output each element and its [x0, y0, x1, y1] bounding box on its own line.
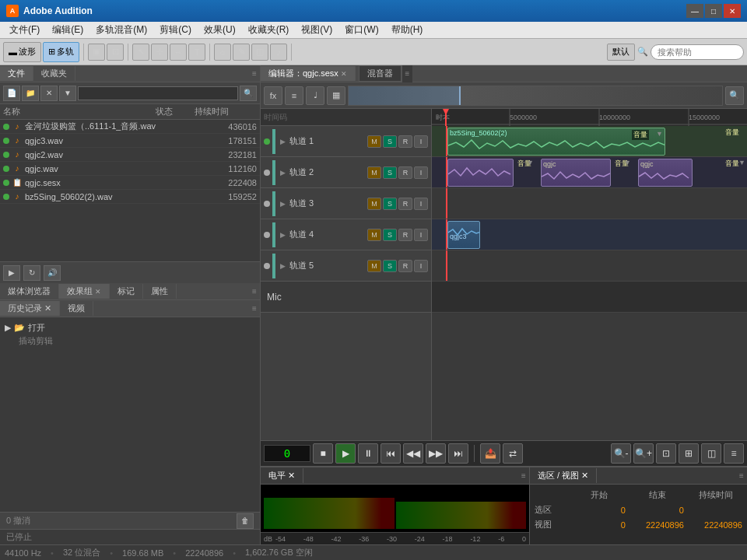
zoom-sel-btn[interactable]: ◫ [701, 443, 721, 464]
fp-play-btn[interactable]: ▶ [3, 265, 20, 281]
tab-mixer[interactable]: 混音器 [359, 65, 402, 82]
maximize-button[interactable]: □ [705, 4, 722, 18]
track-collapse-4[interactable]: ▶ [280, 231, 286, 239]
menu-item-f[interactable]: 文件(F) [3, 22, 46, 38]
menu-item-h[interactable]: 帮助(H) [385, 22, 430, 38]
zoom-full-btn[interactable]: ⊞ [679, 443, 699, 464]
track-mute-4[interactable]: M [367, 229, 381, 241]
menu-item-w[interactable]: 窗口(W) [338, 22, 384, 38]
trans-zoom-in-btn[interactable]: 🔍 [725, 86, 744, 105]
menu-item-r[interactable]: 收藏夹(R) [242, 22, 296, 38]
tab-markers[interactable]: 标记 [110, 284, 143, 299]
fp-btn-2[interactable]: 📁 [22, 86, 39, 101]
loop-btn[interactable]: ⇄ [503, 443, 523, 464]
fp-btn-search[interactable]: 🔍 [240, 86, 257, 101]
fp-btn-3[interactable]: ✕ [40, 86, 58, 101]
track-record-1[interactable]: R [398, 135, 412, 148]
fp-loop-btn[interactable]: ↻ [23, 265, 40, 281]
track-lane-2[interactable]: 音量 ▼ qgjc 音量 ▼ qgjc [432, 157, 747, 188]
menu-item-c[interactable]: 剪辑(C) [153, 22, 198, 38]
splice-tool[interactable]: ↔ [170, 44, 187, 61]
menu-item-u[interactable]: 效果(U) [198, 22, 242, 38]
volume-arrow-1[interactable]: ▼ [656, 130, 663, 138]
level-close-icon[interactable]: ✕ [288, 471, 295, 481]
file-item-3[interactable]: ♪ qgjc.wav 112160 [0, 162, 260, 176]
to-end-button[interactable]: ⏭ [448, 443, 468, 464]
fp-output-btn[interactable]: 🔊 [44, 265, 61, 281]
track-mute-5[interactable]: M [367, 260, 381, 272]
rewind-button[interactable]: ◀◀ [403, 443, 423, 464]
zoom-extra-btn[interactable]: ≡ [724, 443, 744, 464]
fp-btn-4[interactable]: ▼ [59, 86, 76, 101]
tab-properties[interactable]: 属性 [143, 284, 177, 299]
track-record-2[interactable]: R [398, 166, 412, 179]
trans-grid-btn[interactable]: ▦ [327, 86, 345, 105]
track-input-2[interactable]: I [414, 166, 428, 179]
track-solo-5[interactable]: S [383, 260, 397, 272]
close-button[interactable]: ✕ [724, 4, 741, 18]
tab-effects-group[interactable]: 效果组 ✕ [59, 284, 110, 299]
waveform-view-button[interactable]: ▬ 波形 [3, 42, 41, 62]
history-close-icon[interactable]: ✕ [44, 303, 51, 313]
clip-track1[interactable]: bz5Sing_50602(2) 音量 ▼ [447, 128, 665, 156]
file-search-input[interactable] [78, 86, 238, 100]
to-start-button[interactable]: ⏮ [381, 443, 401, 464]
forward-button[interactable]: ▶▶ [426, 443, 446, 464]
zoom-fit-btn[interactable]: ⊡ [656, 443, 676, 464]
track-lane-3[interactable] [432, 188, 747, 219]
selection-close-icon[interactable]: ✕ [581, 471, 588, 481]
menu-item-e[interactable]: 编辑(E) [46, 22, 89, 38]
toolbar-icon-2[interactable]: ⊡ [107, 44, 124, 61]
level-menu[interactable]: ≡ [518, 471, 529, 481]
clip-track4[interactable]: qgjc3 [447, 221, 480, 249]
multitrack-view-button[interactable]: ⊞ 多轨 [43, 42, 79, 62]
track-mute-3[interactable]: M [367, 198, 381, 210]
vol-arrow-2b[interactable]: ▼ [624, 159, 631, 166]
clip-track2-2[interactable]: qgjc [541, 159, 611, 187]
history-item-open[interactable]: ▶ 📂 打开 [3, 320, 257, 335]
tool-7[interactable]: ◫ [251, 44, 268, 61]
history-delete-btn[interactable]: 🗑 [237, 513, 254, 529]
search-input[interactable] [651, 44, 744, 60]
fp-btn-1[interactable]: 📄 [3, 86, 20, 101]
tool-6[interactable]: ✎ [233, 44, 250, 61]
track-solo-3[interactable]: S [383, 198, 397, 210]
pause-button[interactable]: ⏸ [358, 443, 378, 464]
tab-history[interactable]: 历史记录 ✕ [0, 301, 60, 316]
file-item-1[interactable]: ♪ qgjc3.wav 178151 [0, 134, 260, 148]
track-mute-2[interactable]: M [367, 166, 381, 179]
menu-item-v[interactable]: 视图(V) [295, 22, 338, 38]
track-collapse-2[interactable]: ▶ [280, 169, 286, 177]
track-solo-4[interactable]: S [383, 229, 397, 241]
track-input-5[interactable]: I [414, 260, 428, 272]
tab-video[interactable]: 视频 [60, 301, 93, 316]
track-lane-5[interactable] [432, 250, 747, 282]
track-input-4[interactable]: I [414, 229, 428, 241]
trans-note-btn[interactable]: ♩ [306, 86, 324, 105]
track-collapse-1[interactable]: ▶ [280, 138, 286, 145]
track-collapse-3[interactable]: ▶ [280, 200, 286, 208]
file-panel-menu[interactable]: ≡ [249, 68, 260, 79]
tool-8[interactable]: ♪ [270, 44, 287, 61]
select-tool[interactable]: ⊹ [151, 44, 168, 61]
stop-button[interactable]: ■ [313, 443, 333, 464]
trans-fx-btn[interactable]: fx [264, 86, 282, 105]
file-item-5[interactable]: ♪ bz5Sing_50602(2).wav 159252 [0, 190, 260, 204]
file-item-4[interactable]: 📋 qgjc.sesx 222408 [0, 176, 260, 190]
history-item-move[interactable]: 插动剪辑 [3, 335, 257, 347]
track-collapse-5[interactable]: ▶ [280, 262, 286, 270]
editor-panel-menu[interactable]: ≡ [402, 65, 412, 82]
zoom-out-btn[interactable]: 🔍- [611, 443, 631, 464]
editor-tab-close[interactable]: ✕ [341, 70, 347, 78]
track-input-1[interactable]: I [414, 135, 428, 148]
effects-close-icon[interactable]: ✕ [95, 288, 101, 296]
track-lane-4[interactable]: qgjc3 [432, 219, 747, 250]
time-tool[interactable]: T [188, 44, 205, 61]
tab-files[interactable]: 文件 [0, 66, 33, 81]
tab-level-meter[interactable]: 电平 ✕ [261, 468, 303, 483]
zoom-in-btn[interactable]: 🔍+ [633, 443, 654, 464]
selection-menu[interactable]: ≡ [736, 471, 747, 481]
track-lane-1[interactable]: bz5Sing_50602(2) 音量 ▼ 音量 [432, 126, 747, 157]
tab-selection-view[interactable]: 选区 / 视图 ✕ [530, 468, 597, 483]
toolbar-icon-1[interactable]: ▣ [88, 44, 105, 61]
